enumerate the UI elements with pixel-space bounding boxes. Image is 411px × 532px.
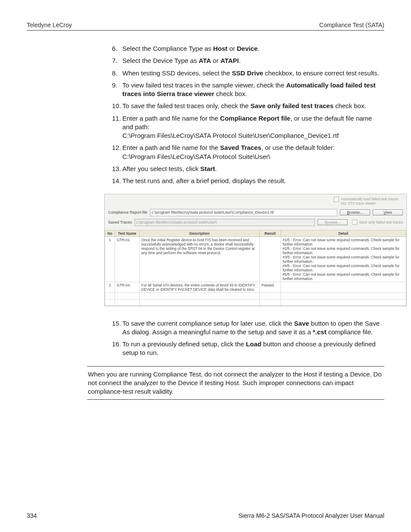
saved-traces-label: Saved Traces xyxy=(108,220,132,224)
page-header: Teledyne LeCroy Compliance Test (SATA) xyxy=(27,22,384,31)
warning-note: When you are running Compliance Test, do… xyxy=(87,366,384,400)
list-item: 16.To run a previously defined setup, cl… xyxy=(112,340,384,358)
col-description: Description xyxy=(140,230,260,236)
col-result: Result xyxy=(260,230,281,236)
report-file-label: Compliance Report file xyxy=(108,210,147,215)
header-left: Teledyne LeCroy xyxy=(27,22,72,28)
list-item: 6.Select the Compliance Type as Host or … xyxy=(112,44,384,53)
footer-title: Sierra M6-2 SAS/SATA Protocol Analyzer U… xyxy=(238,512,384,519)
col-detail: Detail xyxy=(281,230,406,236)
page-number: 334 xyxy=(27,512,37,519)
list-item: 9.To view failed test traces in the samp… xyxy=(112,81,384,99)
save-only-checkbox[interactable]: Save only failed test traces xyxy=(350,220,403,225)
col-no: No xyxy=(105,230,115,236)
list-item: 10.To save the failed test traces only, … xyxy=(112,102,384,110)
page-footer: 334 Sierra M6-2 SAS/SATA Protocol Analyz… xyxy=(27,512,384,519)
auto-load-checkbox[interactable]: Automatically load failed test traces in… xyxy=(334,197,403,205)
table-row: 1GTR-01Once the initial Register device-… xyxy=(105,236,406,282)
table-row: 2GTR-04For all Serial ATA devices, the e… xyxy=(105,282,406,292)
list-item: 7.Select the Device Type as ATA or ATAPI… xyxy=(112,56,384,65)
results-panel: Automatically load failed test traces in… xyxy=(104,194,407,306)
list-item: 14.The test runs and, after a brief peri… xyxy=(112,177,384,185)
list-item: 12.Enter a path and file name for the Sa… xyxy=(112,143,384,161)
header-right: Compliance Test (SATA) xyxy=(319,22,384,28)
list-item: 13.After you select tests, click Start. xyxy=(112,165,384,173)
view-button[interactable]: View xyxy=(373,209,403,215)
browse-button-2[interactable]: Browse... xyxy=(318,219,348,225)
browse-button-1[interactable]: Browse... xyxy=(340,209,370,215)
instruction-list-1: 6.Select the Compliance Type as Host or … xyxy=(27,44,384,185)
col-test-name: Test Name xyxy=(115,230,140,236)
list-item: 15.To save the current compliance setup … xyxy=(112,319,384,337)
list-item: 11.Enter a path and file name for the Co… xyxy=(112,114,384,140)
list-item: 8.When testing SSD devices, select the S… xyxy=(112,69,384,78)
report-file-input[interactable]: c:\program files\lecroy\sata protocol su… xyxy=(150,209,337,216)
instruction-list-2: 15.To save the current compliance setup … xyxy=(27,319,384,358)
results-table: No Test Name Description Result Detail 1… xyxy=(105,230,406,306)
saved-traces-input[interactable]: c:\program files\lecroy\sata protocol su… xyxy=(134,219,315,226)
